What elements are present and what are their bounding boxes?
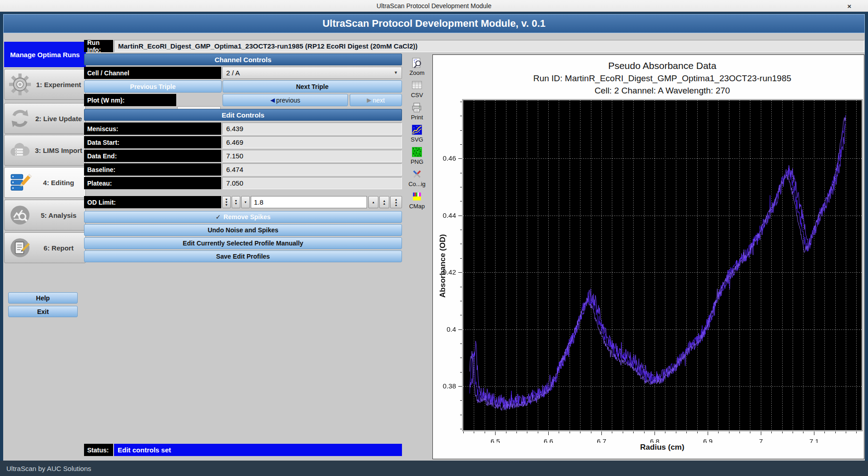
plot-cmap-tool[interactable]: CMap [403, 191, 431, 210]
up-triangle-icon: ▲ [372, 201, 375, 204]
od-spin-down-coarse-button[interactable]: ▼▼▼ [222, 196, 231, 208]
chart-title: Pseudo Absorbance Data [462, 60, 862, 71]
sidebar-item-label: 1: Experiment [32, 81, 85, 88]
previous-triple-button[interactable]: Previous Triple [84, 80, 222, 93]
status-value: Edit controls set [114, 444, 402, 456]
data-end-label: Data End: [84, 150, 221, 162]
app-header-title: UltraScan Protocol Development Module, v… [322, 18, 546, 29]
run-info-value: MartinR_EcoRI_Digest_GMP_Optima1_23OCT23… [114, 40, 864, 52]
run-info-label: Run Info: [84, 40, 113, 52]
plot-zoom-tool[interactable]: Zoom [403, 57, 431, 76]
undo-noise-spikes-button[interactable]: Undo Noise and Spikes [84, 224, 402, 236]
sidebar-item-label: 6: Report [32, 244, 85, 252]
check-icon: ✓ [215, 213, 221, 221]
baseline-label: Baseline: [84, 163, 221, 176]
tool-label: CSV [403, 92, 431, 98]
edit-controls-header: Edit Controls [84, 109, 402, 121]
plateau-label: Plateau: [84, 177, 221, 189]
plateau-value: 7.050 [222, 177, 402, 189]
sidebar-header: Manage Optima Runs [4, 42, 86, 67]
document-pencil-icon [8, 236, 32, 259]
down-triangle-icon: ▼ [244, 201, 247, 204]
od-spin-down-fine-button[interactable]: ▼ [241, 196, 250, 208]
os-titlebar: UltraScan Protocol Development Module [0, 0, 868, 12]
tool-label: Zoom [403, 69, 431, 76]
ultrascan-app: UltraScan Protocol Development Module × … [0, 0, 868, 476]
plot-png-tool[interactable]: PNG [403, 146, 431, 165]
zoom-icon [403, 57, 431, 69]
cloud-import-icon [8, 139, 32, 162]
sidebar-item-label: 2: Live Update [32, 115, 85, 123]
config-tools-icon [403, 168, 431, 180]
plot-print-tool[interactable]: Print [403, 102, 431, 121]
up-triangle-icon: ▲ [383, 202, 386, 205]
sidebar-item-experiment[interactable]: 1: Experiment [4, 69, 86, 100]
next-triple-button[interactable]: Next Triple [223, 80, 402, 93]
cell-channel-label: Cell / Channel [84, 67, 221, 79]
sidebar-item-live-update[interactable]: 2: Live Update [4, 103, 86, 134]
channel-controls-header: Channel Controls [84, 54, 402, 65]
sidebar-item-analysis[interactable]: 5: Analysis [4, 200, 86, 231]
left-arrow-icon: ◀ [270, 97, 275, 103]
chevron-down-icon: ▼ [394, 70, 398, 75]
plot-wavelength-label: Plot (W nm): [84, 94, 176, 106]
x-axis-label: Radius (cm) [462, 443, 862, 452]
sidebar-item-label: 4: Editing [32, 179, 85, 186]
app-header: UltraScan Protocol Development Module, v… [3, 14, 865, 33]
od-limit-input[interactable]: 1.8 [251, 196, 367, 208]
next-wavelength-button[interactable]: ▶ next [350, 94, 402, 106]
edit-stack-pencil-icon [8, 171, 32, 194]
colormap-icon [403, 191, 431, 202]
sidebar-item-label: 3: LIMS Import [32, 147, 85, 154]
sidebar-item-lims-import[interactable]: 3: LIMS Import [4, 135, 86, 166]
tool-label: CMap [403, 203, 431, 210]
png-image-icon [403, 146, 431, 158]
absorbance-chart[interactable] [433, 98, 864, 443]
data-start-label: Data Start: [84, 136, 221, 148]
svg-plot-icon [403, 124, 431, 136]
down-triangle-icon: ▼ [234, 202, 238, 205]
tool-label: Co...ig [403, 181, 431, 187]
down-triangle-icon: ▼ [225, 204, 228, 206]
data-end-value: 7.150 [222, 150, 402, 162]
refresh-icon [8, 107, 32, 130]
baseline-value: 6.474 [222, 163, 402, 176]
plot-csv-tool[interactable]: CSV [403, 79, 431, 98]
data-start-value: 6.469 [222, 136, 402, 148]
chart-cell-channel-wavelength: Cell: 2 Channel: A Wavelength: 270 [462, 86, 862, 96]
meniscus-value: 6.439 [222, 123, 402, 135]
od-limit-label: OD Limit: [84, 196, 221, 208]
chart-magnifier-icon [8, 204, 32, 226]
help-button[interactable]: Help [8, 292, 78, 304]
od-spin-up-medium-button[interactable]: ▲▲ [379, 196, 389, 208]
plot-config-tool[interactable]: Co...ig [403, 168, 431, 187]
sidebar-item-report[interactable]: 6: Report [4, 232, 86, 263]
printer-icon [403, 102, 431, 113]
exit-button[interactable]: Exit [8, 306, 78, 317]
sidebar-item-label: 5: Analysis [32, 211, 85, 219]
csv-table-icon [403, 79, 431, 91]
od-spin-up-coarse-button[interactable]: ▲▲▲ [390, 196, 402, 208]
right-arrow-icon: ▶ [367, 97, 372, 103]
app-statusbar: UltraScan by AUC Solutions [0, 461, 868, 476]
chart-run-id: Run ID: MartinR_EcoRI_Digest_GMP_Optima1… [462, 74, 862, 83]
remove-spikes-toggle[interactable]: ✓ Remove Spikes [84, 211, 402, 223]
od-spin-down-medium-button[interactable]: ▼▼ [232, 196, 240, 208]
plot-panel: Pseudo Absorbance Data Run ID: MartinR_E… [432, 54, 864, 459]
window-title: UltraScan Protocol Development Module [377, 2, 491, 10]
cell-channel-select[interactable]: 2 / A ▼ [222, 67, 402, 79]
close-icon[interactable]: × [844, 1, 854, 10]
previous-wavelength-button[interactable]: ◀ previous [223, 94, 348, 106]
tool-label: SVG [403, 136, 431, 143]
gear-icon [8, 73, 32, 96]
tool-label: PNG [403, 158, 431, 165]
plot-svg-tool[interactable]: SVG [403, 124, 431, 143]
y-axis-label: Absorbance (OD) [438, 198, 447, 334]
edit-profile-manually-button[interactable]: Edit Currently Selected Profile Manually [84, 237, 402, 249]
tool-label: Print [403, 114, 431, 121]
save-edit-profiles-button[interactable]: Save Edit Profiles [84, 250, 402, 262]
status-label: Status: [84, 444, 113, 456]
od-spin-up-fine-button[interactable]: ▲ [368, 196, 378, 208]
sidebar-item-editing[interactable]: 4: Editing [4, 167, 86, 198]
up-triangle-icon: ▲ [395, 204, 398, 206]
